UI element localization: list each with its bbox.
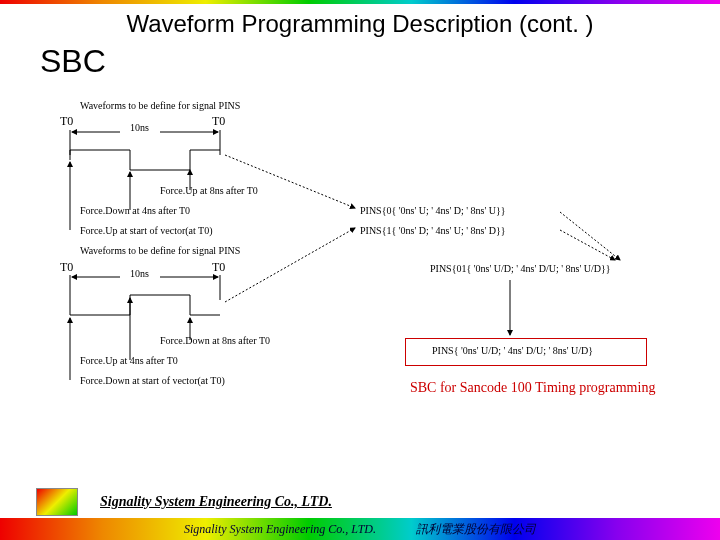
period-label: 10ns	[130, 268, 149, 279]
svg-line-14	[225, 155, 355, 208]
diagram-area: Waveforms to be define for signal PINS T…	[60, 100, 690, 480]
svg-line-17	[560, 230, 615, 260]
t0-label: T0	[212, 260, 225, 275]
force-up-4ns: Force.Up at 4ns after T0	[80, 355, 178, 366]
rainbow-top-bar	[0, 0, 720, 4]
section-title: SBC	[40, 43, 720, 80]
pins0-text: PINS{0{ '0ns' U; ' 4ns' D; ' 8ns' U}}	[360, 205, 506, 216]
waveform-svg	[60, 100, 700, 520]
force-down-start: Force.Down at start of vector(at T0)	[80, 375, 225, 386]
footer-left: Signality System Engineering Co., LTD.	[184, 522, 376, 537]
force-up-8ns: Force.Up at 8ns after T0	[160, 185, 258, 196]
wave-def-bottom: Waveforms to be define for signal PINS	[80, 245, 240, 256]
logo-square	[36, 488, 78, 516]
pins01-text: PINS{01{ '0ns' U/D; ' 4ns' D/U; ' 8ns' U…	[430, 263, 611, 274]
t0-label: T0	[60, 260, 73, 275]
footer-right: 訊利電業股份有限公司	[416, 521, 536, 538]
footer-bar: Signality System Engineering Co., LTD. 訊…	[0, 518, 720, 540]
svg-line-16	[560, 212, 620, 260]
force-down-8ns: Force.Down at 8ns after T0	[160, 335, 270, 346]
pins-final: PINS{ '0ns' U/D; ' 4ns' D/U; ' 8ns' U/D}	[432, 345, 593, 356]
force-up-start: Force.Up at start of vector(at T0)	[80, 225, 213, 236]
pins1-text: PINS{1{ '0ns' D; ' 4ns' U; ' 8ns' D}}	[360, 225, 506, 236]
svg-line-15	[225, 228, 355, 302]
company-name: Signality System Engineering Co., LTD.	[100, 494, 332, 510]
slide-title: Waveform Programming Description (cont. …	[0, 10, 720, 38]
force-down-4ns: Force.Down at 4ns after T0	[80, 205, 190, 216]
sbc-note: SBC for Sancode 100 Timing programming	[410, 380, 655, 396]
